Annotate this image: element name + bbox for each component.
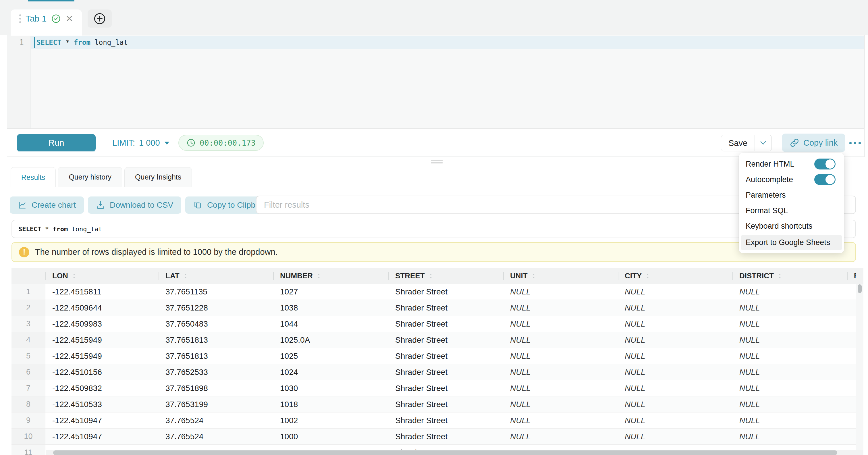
run-button[interactable]: Run xyxy=(17,134,96,151)
table-row: 2-122.450964437.76512281038Shrader Stree… xyxy=(11,300,856,316)
menu-item-export-to-google-sheets[interactable]: Export to Google Sheets xyxy=(741,235,842,250)
menu-item-autocomplete[interactable]: Autocomplete xyxy=(741,172,842,187)
results-panel: ResultsQuery historyQuery Insights Creat… xyxy=(0,165,868,455)
vertical-scrollbar[interactable] xyxy=(856,268,863,455)
table-row: 10-122.451094737.7655241000Shrader Stree… xyxy=(11,429,856,445)
save-dropdown-button[interactable] xyxy=(754,135,772,151)
row-number: 5 xyxy=(11,348,45,364)
menu-item-render-html[interactable]: Render HTML xyxy=(741,156,842,172)
cell: NULL xyxy=(618,316,733,332)
cell: NULL xyxy=(733,332,847,348)
cell: -122.4515949 xyxy=(45,332,159,348)
toggle-render-html[interactable] xyxy=(814,158,836,170)
results-actions: Create chartDownload to CSVCopy to Clipb… xyxy=(10,196,279,214)
cell: NULL xyxy=(733,284,847,300)
tab-drag-handle-icon[interactable] xyxy=(19,14,21,23)
row-number: 4 xyxy=(11,332,45,348)
panel-splitter-handle[interactable] xyxy=(431,160,443,164)
sort-icon[interactable] xyxy=(184,273,188,279)
code-line[interactable]: SELECT * from long_lat xyxy=(36,36,128,49)
cell: NULL xyxy=(618,396,733,412)
column-separator xyxy=(733,272,733,280)
warning-icon: ! xyxy=(19,247,29,257)
tab-query-history[interactable]: Query history xyxy=(58,167,122,187)
tab-close-icon[interactable]: ✕ xyxy=(65,14,73,23)
sql-keyword: from xyxy=(53,225,68,233)
column-header-street[interactable]: STREET xyxy=(388,268,503,284)
sort-icon[interactable] xyxy=(532,273,536,279)
horizontal-scrollbar[interactable] xyxy=(46,450,863,455)
download-to-csv-button[interactable]: Download to CSV xyxy=(88,196,181,214)
cell: NULL xyxy=(618,284,733,300)
caret-down-icon xyxy=(164,141,170,145)
column-header-number[interactable]: NUMBER xyxy=(273,268,388,284)
sort-icon[interactable] xyxy=(429,273,433,279)
menu-item-keyboard-shortcuts[interactable]: Keyboard shortcuts xyxy=(741,218,842,234)
cell: Shrader Street xyxy=(388,332,503,348)
more-options-button[interactable] xyxy=(845,137,865,149)
cell: Shrader Street xyxy=(388,413,503,428)
cell: -122.4515949 xyxy=(45,348,159,364)
horizontal-scrollbar-thumb[interactable] xyxy=(53,450,837,455)
column-header-city[interactable]: CITY xyxy=(618,268,733,284)
create-chart-button[interactable]: Create chart xyxy=(10,196,84,214)
cell: 1002 xyxy=(273,413,388,428)
cell: NULL xyxy=(503,300,618,316)
active-tab-indicator xyxy=(28,0,74,1)
cell: -122.4510947 xyxy=(45,429,159,444)
cell: Shrader Street xyxy=(388,316,503,332)
cell: Shrader Street xyxy=(388,380,503,396)
vertical-scrollbar-thumb[interactable] xyxy=(858,284,862,293)
sort-icon[interactable] xyxy=(646,273,650,279)
column-header-district[interactable]: DISTRICT xyxy=(733,268,847,284)
cell: NULL xyxy=(503,284,618,300)
cell: Shrader Street xyxy=(388,364,503,380)
save-button[interactable]: Save xyxy=(721,135,754,151)
column-header-unit[interactable]: UNIT xyxy=(503,268,618,284)
menu-item-parameters[interactable]: Parameters xyxy=(741,187,842,203)
toggle-autocomplete[interactable] xyxy=(814,174,836,185)
link-icon xyxy=(789,138,799,148)
cell: NULL xyxy=(733,316,847,332)
cell: 1018 xyxy=(273,396,388,412)
cell: 1000 xyxy=(273,429,388,444)
cell: 1024 xyxy=(273,364,388,380)
cell: 37.765524 xyxy=(159,429,273,444)
cell: NULL xyxy=(618,348,733,364)
ellipsis-icon xyxy=(849,142,861,144)
column-header-lat[interactable]: LAT xyxy=(159,268,273,284)
table-row: 7-122.450983237.76518981030Shrader Stree… xyxy=(11,380,856,396)
copy-link-button[interactable]: Copy link xyxy=(782,133,845,152)
cell xyxy=(847,413,856,428)
cell: NULL xyxy=(503,332,618,348)
tab-results[interactable]: Results xyxy=(11,167,56,187)
cell: 37.7651135 xyxy=(159,284,273,300)
menu-item-label: Autocomplete xyxy=(746,175,793,184)
sql-editor[interactable]: 1 SELECT * from long_lat xyxy=(7,35,865,128)
menu-item-format-sql[interactable]: Format SQL xyxy=(741,203,842,218)
column-label: UNIT xyxy=(510,271,528,280)
limit-dropdown[interactable]: LIMIT: 1 000 xyxy=(112,129,170,157)
sql-keyword: SELECT xyxy=(36,38,61,47)
column-label: CITY xyxy=(625,271,642,280)
cell: -122.4509644 xyxy=(45,300,159,316)
cell: NULL xyxy=(503,429,618,444)
row-number: 8 xyxy=(11,396,45,412)
sort-icon[interactable] xyxy=(778,273,782,279)
column-header-lon[interactable]: LON xyxy=(45,268,159,284)
table-row: 8-122.451053337.76531991018Shrader Stree… xyxy=(11,396,856,413)
tab-query-insights[interactable]: Query Insights xyxy=(124,167,192,187)
column-header-re[interactable]: RE xyxy=(847,268,856,284)
action-button-label: Create chart xyxy=(32,201,76,210)
cell: 1027 xyxy=(273,284,388,300)
editor-gutter xyxy=(7,35,31,128)
cell xyxy=(847,332,856,348)
sort-icon[interactable] xyxy=(317,273,321,279)
clock-icon xyxy=(186,138,195,147)
cell: NULL xyxy=(733,413,847,428)
panel-right-border xyxy=(864,8,864,455)
row-limit-warning-banner: ! The number of rows displayed is limite… xyxy=(11,242,856,262)
tab-1[interactable]: Tab 1 ✕ xyxy=(11,9,82,35)
sort-icon[interactable] xyxy=(72,273,76,279)
add-tab-button[interactable] xyxy=(88,9,112,28)
